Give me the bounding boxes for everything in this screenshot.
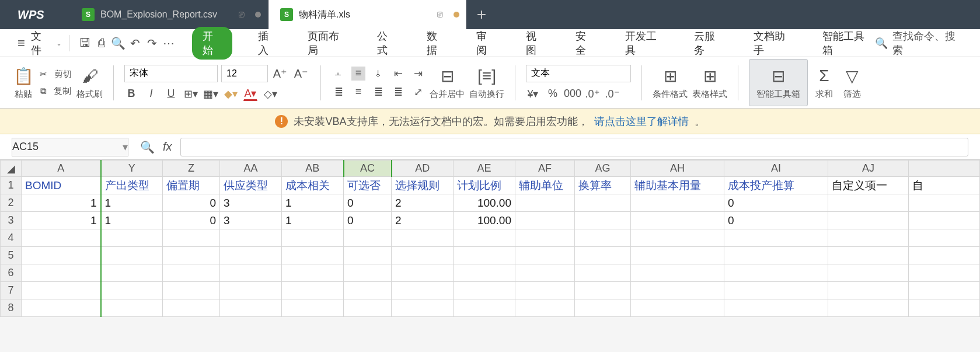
cell[interactable] [828, 282, 909, 299]
cell[interactable] [909, 212, 980, 229]
row-header-3[interactable]: 3 [1, 212, 22, 229]
cell[interactable]: 供应类型 [220, 177, 282, 194]
cell[interactable] [828, 194, 909, 212]
cell[interactable] [392, 299, 454, 317]
cell[interactable]: 0 [724, 212, 828, 229]
save-icon[interactable]: 🖫 [76, 34, 93, 52]
cell[interactable] [724, 247, 828, 264]
cell[interactable]: 自定义项一 [828, 177, 909, 194]
cell[interactable]: 1 [282, 212, 344, 229]
cell[interactable] [828, 299, 909, 317]
cell[interactable]: 100.00 [454, 212, 515, 229]
ribbon-tab-insert[interactable]: 插入 [253, 27, 282, 60]
preview-icon[interactable]: 🔍 [110, 34, 127, 52]
cond-format-button[interactable]: ⊞ 条件格式 [653, 65, 688, 100]
currency-icon[interactable]: ¥▾ [526, 87, 540, 101]
italic-button[interactable]: I [144, 87, 158, 101]
row-header[interactable]: 7 [1, 282, 22, 299]
cell[interactable] [344, 282, 392, 299]
row-header-2[interactable]: 2 [1, 194, 22, 212]
print-icon[interactable]: ⎙ [93, 34, 110, 52]
justify-icon[interactable]: ≣ [391, 85, 405, 99]
row-header[interactable]: 8 [1, 299, 22, 317]
cell[interactable]: 自 [909, 177, 980, 194]
cell[interactable]: 偏置期 [163, 177, 220, 194]
cell[interactable] [282, 299, 344, 317]
cell[interactable] [575, 282, 631, 299]
cell[interactable] [909, 194, 980, 212]
clear-format-button[interactable]: ◇▾ [263, 87, 277, 101]
cell[interactable]: 产出类型 [101, 177, 163, 194]
cell[interactable] [515, 229, 575, 247]
cell[interactable] [631, 264, 724, 282]
copy-button[interactable]: ⧉ 复制 [40, 86, 72, 97]
comma-icon[interactable]: 000 [566, 87, 580, 101]
cell[interactable]: 可选否 [344, 177, 392, 194]
increase-font-icon[interactable]: A⁺ [271, 65, 289, 82]
cell[interactable] [631, 247, 724, 264]
col-header-AD[interactable]: AD [392, 161, 454, 177]
cell[interactable] [220, 247, 282, 264]
cell[interactable]: 0 [724, 194, 828, 212]
cell[interactable] [515, 212, 575, 229]
document-tab-2-active[interactable]: S 物料清单.xls ⎚ [268, 0, 467, 29]
align-left-icon[interactable]: ≣ [332, 85, 346, 99]
cell[interactable] [22, 264, 101, 282]
cell[interactable] [454, 264, 515, 282]
projector-icon[interactable]: ⎚ [239, 9, 245, 20]
cell[interactable] [575, 229, 631, 247]
cell[interactable] [101, 229, 163, 247]
cell[interactable] [909, 282, 980, 299]
cell[interactable] [575, 264, 631, 282]
col-header-AE[interactable]: AE [454, 161, 515, 177]
row-header[interactable]: 6 [1, 264, 22, 282]
cell[interactable]: 1 [22, 212, 101, 229]
ribbon-tab-data[interactable]: 数据 [422, 27, 451, 60]
format-painter-group[interactable]: 🖌 格式刷 [76, 65, 103, 100]
col-header-AF[interactable]: AF [515, 161, 575, 177]
cell[interactable] [163, 282, 220, 299]
cell[interactable] [631, 299, 724, 317]
ribbon-tab-dochelper[interactable]: 文档助手 [749, 27, 797, 60]
cell[interactable] [344, 229, 392, 247]
cell[interactable] [909, 299, 980, 317]
document-tab-1[interactable]: S BOM_Explosion_Report.csv ⎚ [70, 0, 268, 29]
row-header-1[interactable]: 1 [1, 177, 22, 194]
cell[interactable] [909, 229, 980, 247]
cell[interactable] [101, 264, 163, 282]
cell[interactable]: 成本相关 [282, 177, 344, 194]
select-all-corner[interactable]: ◢ [1, 161, 22, 177]
cell[interactable] [220, 282, 282, 299]
formula-input[interactable] [180, 138, 968, 156]
cell[interactable] [220, 299, 282, 317]
cell[interactable] [631, 194, 724, 212]
cell[interactable] [22, 282, 101, 299]
cell[interactable] [344, 299, 392, 317]
cell[interactable]: 0 [344, 194, 392, 212]
cell[interactable]: 2 [392, 194, 454, 212]
cut-button[interactable]: ✂ 剪切 [40, 69, 72, 80]
cell[interactable] [22, 247, 101, 264]
cell[interactable]: 换算率 [575, 177, 631, 194]
cell[interactable] [515, 194, 575, 212]
paste-group[interactable]: 📋 粘贴 [12, 65, 35, 100]
cell[interactable] [575, 194, 631, 212]
row-header[interactable]: 4 [1, 229, 22, 247]
percent-icon[interactable]: % [546, 87, 560, 101]
col-header-AC[interactable]: AC [344, 161, 392, 177]
spreadsheet-grid[interactable]: ◢ A Y Z AA AB AC AD AE AF AG AH AI AJ 1 … [0, 160, 980, 317]
fx-label[interactable]: fx [163, 140, 172, 154]
cell[interactable] [282, 247, 344, 264]
cell[interactable] [724, 299, 828, 317]
indent-increase-icon[interactable]: ⇥ [411, 67, 425, 81]
ribbon-tab-security[interactable]: 安全 [571, 27, 599, 60]
cell[interactable] [282, 229, 344, 247]
decimal-increase-icon[interactable]: .0⁺ [585, 87, 599, 101]
cell[interactable] [515, 282, 575, 299]
fill-button[interactable]: ▦▾ [204, 87, 218, 101]
cell[interactable] [392, 247, 454, 264]
cell[interactable] [828, 212, 909, 229]
cell[interactable] [163, 247, 220, 264]
cell[interactable] [631, 229, 724, 247]
ribbon-tab-review[interactable]: 审阅 [472, 27, 500, 60]
